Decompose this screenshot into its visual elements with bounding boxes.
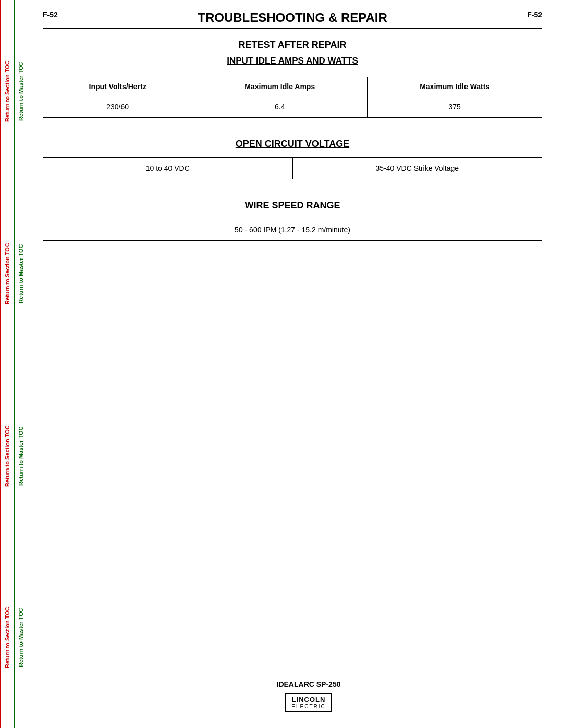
return-section-toc-4[interactable]: Return to Section TOC [0,547,14,728]
return-master-toc-4[interactable]: Return to Master TOC [14,547,27,728]
col-header-amps: Maximum Idle Amps [192,77,368,96]
cell-volts: 230/60 [43,96,192,118]
cell-strike-voltage: 35-40 VDC Strike Voltage [292,158,542,179]
return-section-toc-3[interactable]: Return to Section TOC [0,365,14,547]
model-name: IDEALARC SP-250 [277,680,341,688]
page-header: F-52 TROUBLESHOOTING & REPAIR F-52 [43,10,542,29]
return-section-toc-1[interactable]: Return to Section TOC [0,0,14,182]
page-title: TROUBLESHOOTING & REPAIR [63,10,522,25]
cell-amps: 6.4 [192,96,368,118]
return-section-toc-2[interactable]: Return to Section TOC [0,182,14,365]
voltage-table: 10 to 40 VDC 35-40 VDC Strike Voltage [43,157,542,179]
voltage-title: OPEN CIRCUIT VOLTAGE [43,139,542,150]
speed-table: 50 - 600 IPM (1.27 - 15.2 m/minute) [43,219,542,241]
logo-text-lincoln: LINCOLN [291,696,325,704]
page-number-left: F-52 [43,10,58,19]
col-header-volts: Input Volts/Hertz [43,77,192,96]
page-footer: IDEALARC SP-250 LINCOLN ELECTRIC [54,680,563,712]
cell-speed-range: 50 - 600 IPM (1.27 - 15.2 m/minute) [43,219,542,241]
table-row: 50 - 600 IPM (1.27 - 15.2 m/minute) [43,219,542,241]
page-number-right: F-52 [527,10,542,19]
return-master-toc-3[interactable]: Return to Master TOC [14,365,27,547]
idle-subtitle: INPUT IDLE AMPS AND WATTS [43,56,542,66]
return-master-toc-2[interactable]: Return to Master TOC [14,182,27,365]
col-header-watts: Maximum Idle Watts [368,77,542,96]
logo-text-electric: ELECTRIC [291,704,325,709]
cell-watts: 375 [368,96,542,118]
lincoln-logo: LINCOLN ELECTRIC [285,693,332,712]
speed-title: WIRE SPEED RANGE [43,200,542,211]
table-row: 10 to 40 VDC 35-40 VDC Strike Voltage [43,158,542,179]
idle-table: Input Volts/Hertz Maximum Idle Amps Maxi… [43,77,542,118]
table-row: 230/60 6.4 375 [43,96,542,118]
cell-voltage-range: 10 to 40 VDC [43,158,293,179]
main-content: F-52 TROUBLESHOOTING & REPAIR F-52 RETES… [27,0,563,728]
return-master-toc-1[interactable]: Return to Master TOC [14,0,27,182]
retest-title: RETEST AFTER REPAIR [43,40,542,51]
